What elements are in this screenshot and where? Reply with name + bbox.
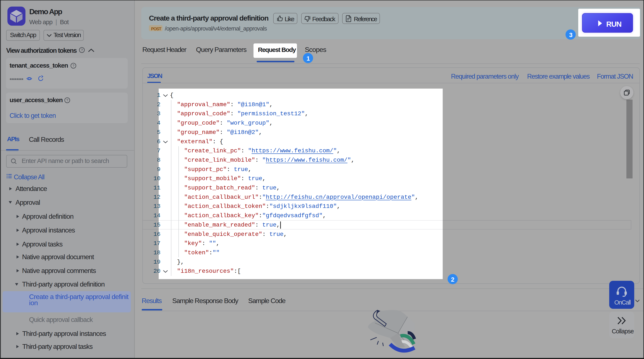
svg-text:?: ?	[66, 98, 68, 102]
svg-text:?: ?	[81, 48, 83, 52]
svg-text:?: ?	[72, 64, 74, 68]
